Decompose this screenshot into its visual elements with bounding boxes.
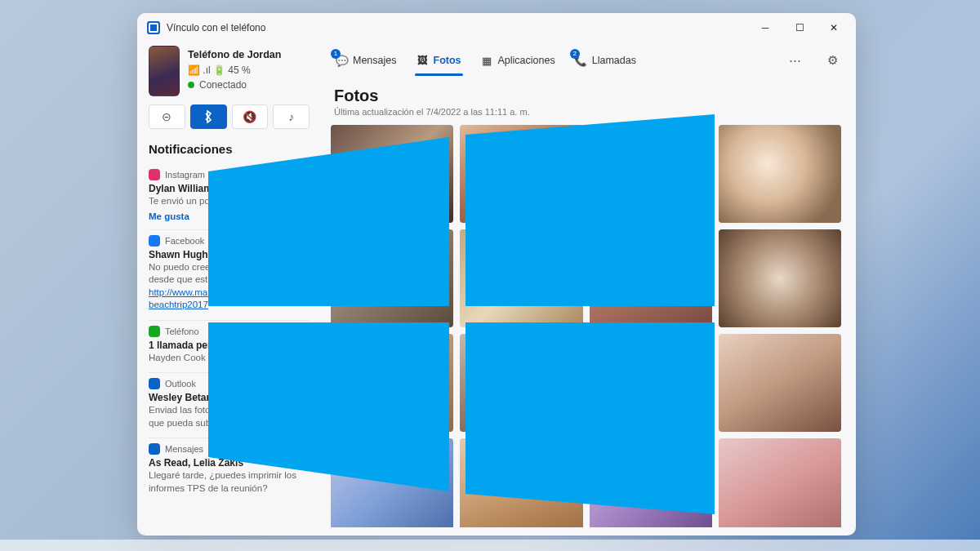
phone-status: Conectado	[199, 78, 247, 92]
music-button[interactable]: ♪	[273, 104, 310, 129]
minimize-button[interactable]: ─	[748, 16, 782, 39]
photo-thumb[interactable]	[719, 334, 841, 432]
volume-button[interactable]: 🔇	[232, 104, 269, 129]
phone-signal-battery: 📶 .ıl 🔋 45 %	[188, 63, 281, 78]
photo-thumb[interactable]	[719, 125, 841, 223]
photo-thumb[interactable]	[590, 438, 712, 527]
notif-app-name: Facebook	[165, 236, 204, 246]
notif-app-icon	[149, 443, 160, 455]
tab-photos[interactable]: 🖼 Fotos	[415, 51, 463, 70]
notif-app-icon	[149, 326, 160, 337]
tab-messages[interactable]: 💬 1 Mensajes	[334, 51, 399, 70]
photo-thumb[interactable]	[460, 334, 582, 432]
photo-thumb[interactable]	[590, 334, 712, 432]
notif-time: 9:11 a. m.	[238, 445, 274, 454]
notif-link[interactable]: http://www.margiestravel.c… beachtrip201…	[149, 287, 268, 310]
notif-app-name: Outlook	[165, 379, 196, 389]
sidebar: Teléfono de Jordan 📶 .ıl 🔋 45 % Conectad…	[137, 42, 321, 535]
bluetooth-button[interactable]	[190, 104, 227, 129]
notif-title: 1 llamada perdida	[149, 340, 310, 351]
main-tabs: 💬 1 Mensajes 🖼 Fotos ▦ Aplicaciones 📞 2 …	[329, 46, 843, 75]
tab-calls[interactable]: 📞 2 Llamadas	[573, 51, 638, 70]
tab-label: Fotos	[434, 55, 461, 66]
notif-time: 9:24 a. m.	[274, 380, 310, 389]
notification[interactable]: Mensajes9:11 a. m.📌✕As Read, Lelia Zakis…	[149, 438, 310, 503]
notif-body: Hayden Cook	[149, 352, 310, 365]
status-dot-icon	[188, 82, 194, 88]
notification[interactable]: Teléfono9:40 a. m.1 llamada perdidaHayde…	[149, 320, 310, 373]
window-title: Vínculo con el teléfono	[167, 22, 265, 33]
notif-title: As Read, Lelia Zakis	[149, 457, 310, 469]
notif-time: 11:01 a. m.	[269, 171, 310, 180]
tab-apps[interactable]: ▦ Aplicaciones	[479, 51, 557, 70]
taskbar[interactable]	[0, 540, 980, 551]
bluetooth-icon	[203, 110, 213, 123]
notif-time: 9:40 a. m.	[274, 327, 310, 335]
tab-label: Mensajes	[353, 55, 397, 66]
notif-app-name: Teléfono	[165, 327, 199, 336]
titlebar: Vínculo con el teléfono ─ ☐ ✕	[137, 13, 856, 42]
photo-thumb[interactable]	[590, 125, 712, 223]
calls-badge: 2	[570, 49, 580, 59]
photo-thumb[interactable]	[331, 438, 453, 527]
main-area: 💬 1 Mensajes 🖼 Fotos ▦ Aplicaciones 📞 2 …	[321, 42, 856, 535]
settings-button[interactable]: ⚙	[822, 50, 843, 71]
photo-thumb[interactable]	[590, 229, 712, 327]
notif-title: Wesley Betans	[149, 392, 310, 403]
page-title: Fotos	[334, 87, 843, 105]
tab-label: Aplicaciones	[498, 55, 555, 66]
notification[interactable]: Instagram11:01 a. m.Dylan WilliamsTe env…	[149, 164, 310, 229]
photo-thumb[interactable]	[460, 229, 582, 327]
photo-grid	[329, 125, 843, 527]
photo-thumb[interactable]	[719, 438, 841, 527]
notif-body: Llegaré tarde, ¿puedes imprimir los info…	[149, 469, 310, 495]
notif-title: Dylan Williams	[149, 183, 310, 194]
quick-actions: ⊝ 🔇 ♪	[149, 104, 310, 129]
close-button[interactable]: ✕	[817, 16, 851, 39]
phone-name: Teléfono de Jordan	[188, 47, 281, 63]
notif-app-name: Mensajes	[165, 444, 203, 454]
dismiss-icon[interactable]: ✕	[298, 443, 310, 455]
more-button[interactable]: ⋯	[784, 50, 805, 71]
maximize-button[interactable]: ☐	[782, 16, 817, 39]
phone-wallpaper-thumb[interactable]	[149, 46, 180, 96]
notif-title: Shawn Hughes	[149, 249, 310, 260]
photo-thumb[interactable]	[719, 229, 841, 327]
photo-thumb[interactable]	[460, 125, 582, 223]
dnd-button[interactable]: ⊝	[149, 104, 185, 129]
page-subtitle: Última actualización el 7/4/2022 a las 1…	[334, 107, 843, 117]
photo-thumb[interactable]	[460, 438, 582, 527]
notif-app-icon	[149, 378, 160, 389]
app-icon	[147, 21, 160, 34]
notif-app-icon	[149, 235, 160, 247]
notif-body: Enviad las fotos del viaje de … para que…	[149, 404, 310, 429]
notification[interactable]: Outlook9:24 a. m.Wesley BetansEnviad las…	[149, 372, 310, 438]
photo-thumb[interactable]	[331, 125, 453, 223]
gear-icon: ⚙	[827, 53, 838, 68]
notif-time: 11:00 a. m.	[269, 236, 310, 245]
photo-thumb[interactable]	[331, 334, 453, 432]
apps-icon: ▦	[481, 55, 493, 67]
notifications-heading: Notificaciones	[149, 142, 310, 156]
messages-badge: 1	[331, 49, 341, 59]
notification-list: Instagram11:01 a. m.Dylan WilliamsTe env…	[149, 164, 310, 503]
notif-body: No puedo creer que hayan … años desde qu…	[149, 261, 310, 312]
photos-icon: 🖼	[416, 55, 429, 67]
notif-app-icon	[149, 169, 160, 180]
notif-app-name: Instagram	[165, 170, 205, 180]
notif-body: Te envió un post de @wing…	[149, 195, 310, 208]
photo-thumb[interactable]	[331, 229, 453, 327]
pin-icon[interactable]: 📌	[283, 443, 295, 455]
tab-label: Llamadas	[592, 55, 636, 66]
notification[interactable]: Facebook11:00 a. m.Shawn HughesNo puedo …	[149, 229, 310, 320]
notif-action-like[interactable]: Me gusta	[149, 211, 310, 221]
phone-card: Teléfono de Jordan 📶 .ıl 🔋 45 % Conectad…	[149, 46, 310, 96]
app-window: Vínculo con el teléfono ─ ☐ ✕ Teléfono d…	[137, 13, 856, 535]
